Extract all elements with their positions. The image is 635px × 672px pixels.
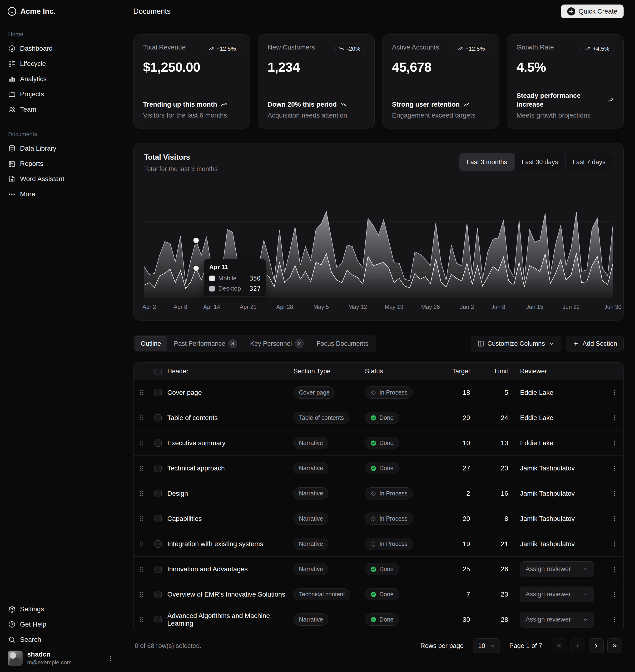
limit-cell[interactable]: 8: [472, 515, 510, 522]
sidebar-item-get-help[interactable]: Get Help: [4, 617, 118, 632]
last-page-button[interactable]: [607, 639, 622, 653]
limit-cell[interactable]: 13: [472, 439, 510, 447]
row-menu-button[interactable]: [605, 591, 623, 598]
row-checkbox[interactable]: [154, 490, 161, 497]
drag-handle[interactable]: [133, 515, 149, 523]
sidebar-item-word-assistant[interactable]: Word Assistant: [4, 171, 118, 186]
user-menu[interactable]: shadcn m@example.com: [4, 647, 118, 669]
limit-cell[interactable]: 5: [472, 389, 510, 397]
sidebar-item-dashboard[interactable]: Dashboard: [4, 41, 118, 56]
drag-handle[interactable]: [133, 615, 149, 624]
status-badge: In Process: [365, 513, 413, 525]
quick-create-button[interactable]: Quick Create: [561, 4, 623, 18]
drag-handle[interactable]: [133, 388, 149, 397]
sidebar-item-projects[interactable]: Projects: [4, 87, 118, 102]
sidebar-item-data-library[interactable]: Data Library: [4, 141, 118, 156]
row-menu-button[interactable]: [605, 616, 623, 623]
row-header-cell[interactable]: Design: [167, 490, 293, 497]
assign-reviewer-select[interactable]: Assign reviewer: [520, 587, 594, 602]
drag-handle[interactable]: [133, 439, 149, 447]
drag-handle[interactable]: [133, 565, 149, 573]
customize-columns-button[interactable]: Customize Columns: [471, 336, 562, 352]
sidebar-item-settings[interactable]: Settings: [4, 602, 118, 617]
brand[interactable]: Acme Inc.: [0, 0, 122, 23]
first-page-button[interactable]: [552, 639, 566, 653]
tab-key-personnel[interactable]: Key Personnel2: [244, 336, 310, 351]
tab-past-performance[interactable]: Past Performance3: [168, 336, 243, 351]
select-all-checkbox[interactable]: [154, 368, 161, 375]
target-cell[interactable]: 30: [436, 616, 472, 624]
section-type-badge: Narrative: [293, 563, 328, 575]
row-menu-button[interactable]: [605, 465, 623, 472]
sidebar-item-reports[interactable]: Reports: [4, 156, 118, 171]
status-badge: Done: [365, 563, 399, 575]
target-cell[interactable]: 7: [436, 590, 472, 598]
row-menu-button[interactable]: [605, 490, 623, 497]
tooltip-series-label: Mobile: [218, 275, 237, 282]
target-cell[interactable]: 18: [436, 389, 472, 397]
target-cell[interactable]: 25: [436, 565, 472, 573]
add-section-button[interactable]: Add Section: [566, 336, 623, 352]
sidebar-item-team[interactable]: Team: [4, 102, 118, 117]
target-cell[interactable]: 19: [436, 540, 472, 548]
target-cell[interactable]: 27: [436, 465, 472, 472]
limit-cell[interactable]: 26: [472, 565, 510, 573]
column-header: Target: [436, 368, 472, 375]
row-checkbox[interactable]: [154, 440, 161, 447]
row-checkbox[interactable]: [154, 465, 161, 472]
tab-focus-documents[interactable]: Focus Documents: [311, 336, 374, 351]
assign-reviewer-select[interactable]: Assign reviewer: [520, 561, 594, 577]
target-cell[interactable]: 20: [436, 515, 472, 522]
target-cell[interactable]: 10: [436, 439, 472, 447]
row-menu-button[interactable]: [605, 415, 623, 421]
rows-per-page-select[interactable]: 10: [473, 639, 500, 653]
row-header-cell[interactable]: Executive summary: [167, 439, 293, 447]
range-last-3-months[interactable]: Last 3 months: [460, 153, 514, 171]
row-header-cell[interactable]: Technical approach: [167, 465, 293, 472]
drag-handle[interactable]: [133, 540, 149, 548]
search-icon: [8, 636, 16, 644]
range-last-7-days[interactable]: Last 7 days: [565, 153, 613, 171]
assign-reviewer-select[interactable]: Assign reviewer: [520, 612, 594, 627]
drag-handle[interactable]: [133, 590, 149, 599]
row-checkbox[interactable]: [154, 591, 161, 598]
row-checkbox[interactable]: [154, 414, 161, 421]
drag-handle[interactable]: [133, 414, 149, 422]
row-checkbox[interactable]: [154, 540, 161, 547]
sidebar-item-more[interactable]: More: [4, 186, 118, 202]
row-header-cell[interactable]: Cover page: [167, 389, 293, 397]
row-menu-button[interactable]: [605, 440, 623, 446]
row-header-cell[interactable]: Capabilities: [167, 515, 293, 522]
row-checkbox[interactable]: [154, 389, 161, 396]
sidebar-item-lifecycle[interactable]: Lifecycle: [4, 56, 118, 71]
next-page-button[interactable]: [589, 639, 604, 653]
row-menu-button[interactable]: [605, 566, 623, 573]
tab-outline[interactable]: Outline: [135, 336, 167, 351]
target-cell[interactable]: 2: [436, 490, 472, 497]
row-checkbox[interactable]: [154, 515, 161, 522]
range-last-30-days[interactable]: Last 30 days: [514, 153, 565, 171]
user-kebab-icon[interactable]: [107, 655, 114, 662]
limit-cell[interactable]: 21: [472, 540, 510, 548]
row-header-cell[interactable]: Advanced Algorithms and Machine Learning: [167, 612, 293, 627]
limit-cell[interactable]: 24: [472, 414, 510, 422]
limit-cell[interactable]: 23: [472, 465, 510, 472]
drag-handle[interactable]: [133, 464, 149, 472]
row-header-cell[interactable]: Overview of EMR's Innovative Solutions: [167, 590, 293, 598]
limit-cell[interactable]: 23: [472, 590, 510, 598]
limit-cell[interactable]: 16: [472, 490, 510, 497]
limit-cell[interactable]: 28: [472, 616, 510, 624]
row-menu-button[interactable]: [605, 541, 623, 547]
drag-handle[interactable]: [133, 490, 149, 498]
sidebar-item-analytics[interactable]: Analytics: [4, 71, 118, 87]
prev-page-button[interactable]: [570, 639, 585, 653]
row-checkbox[interactable]: [154, 616, 161, 623]
row-menu-button[interactable]: [605, 389, 623, 396]
row-header-cell[interactable]: Table of contents: [167, 414, 293, 422]
row-header-cell[interactable]: Innovation and Advantages: [167, 565, 293, 573]
row-checkbox[interactable]: [154, 566, 161, 573]
target-cell[interactable]: 29: [436, 414, 472, 422]
sidebar-item-search[interactable]: Search: [4, 632, 118, 647]
row-header-cell[interactable]: Integration with existing systems: [167, 540, 293, 548]
row-menu-button[interactable]: [605, 515, 623, 522]
